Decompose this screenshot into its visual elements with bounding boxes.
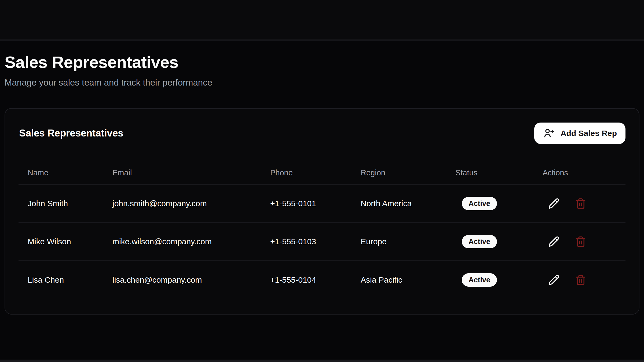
status-badge: Active: [462, 273, 497, 287]
status-badge: Active: [462, 235, 497, 248]
edit-button[interactable]: [547, 235, 561, 249]
table-body: John Smith john.smith@company.com +1-555…: [19, 185, 625, 299]
delete-button[interactable]: [574, 197, 588, 210]
rep-region-cell: Europe: [361, 237, 455, 246]
rep-email-cell: john.smith@company.com: [112, 199, 270, 208]
pencil-icon: [548, 236, 559, 247]
rep-region-cell: Asia Pacific: [361, 275, 455, 285]
table-row: Mike Wilson mike.wilson@company.com +1-5…: [19, 223, 625, 261]
delete-button[interactable]: [574, 273, 588, 287]
column-header-email: Email: [112, 168, 270, 177]
column-header-actions: Actions: [543, 168, 625, 177]
rep-email-cell: lisa.chen@company.com: [112, 275, 270, 285]
rep-phone-cell: +1-555-0104: [270, 275, 361, 285]
page-content: Sales Representatives Manage your sales …: [0, 0, 644, 315]
trash-icon: [575, 236, 586, 247]
sales-reps-table: Name Email Phone Region Status Actions J…: [19, 150, 625, 299]
rep-region-cell: North America: [361, 199, 455, 208]
rep-actions-cell: [543, 273, 625, 287]
table-header-row: Name Email Phone Region Status Actions: [19, 150, 625, 185]
add-sales-rep-button[interactable]: Add Sales Rep: [534, 123, 625, 144]
user-plus-icon: [543, 127, 555, 139]
add-sales-rep-button-label: Add Sales Rep: [561, 129, 617, 138]
column-header-region: Region: [361, 168, 455, 177]
rep-phone-cell: +1-555-0101: [270, 199, 361, 208]
table-row: Lisa Chen lisa.chen@company.com +1-555-0…: [19, 261, 625, 299]
pencil-icon: [548, 274, 559, 286]
status-badge: Active: [462, 197, 497, 210]
rep-actions-cell: [543, 197, 625, 210]
rep-name-cell: John Smith: [19, 199, 112, 208]
rep-status-cell: Active: [455, 235, 543, 248]
edit-button[interactable]: [547, 197, 561, 210]
edit-button[interactable]: [547, 273, 561, 287]
column-header-status: Status: [455, 168, 543, 177]
page-subtitle: Manage your sales team and track their p…: [5, 76, 639, 88]
delete-button[interactable]: [574, 235, 588, 249]
rep-status-cell: Active: [455, 197, 543, 210]
rep-status-cell: Active: [455, 273, 543, 287]
trash-icon: [575, 274, 586, 286]
column-header-phone: Phone: [270, 168, 361, 177]
rep-phone-cell: +1-555-0103: [270, 237, 361, 246]
column-header-name: Name: [19, 168, 112, 177]
page-title: Sales Representatives: [5, 53, 639, 72]
trash-icon: [575, 198, 586, 209]
rep-name-cell: Lisa Chen: [19, 275, 112, 285]
table-row: John Smith john.smith@company.com +1-555…: [19, 185, 625, 223]
rep-email-cell: mike.wilson@company.com: [112, 237, 270, 246]
rep-actions-cell: [543, 235, 625, 249]
pencil-icon: [548, 198, 559, 209]
card-title: Sales Representatives: [19, 128, 123, 139]
card-header: Sales Representatives Add Sales Rep: [5, 109, 639, 144]
sales-reps-card: Sales Representatives Add Sales Rep Name…: [5, 108, 639, 315]
rep-name-cell: Mike Wilson: [19, 237, 112, 246]
bottom-edge-strip: [0, 360, 644, 362]
